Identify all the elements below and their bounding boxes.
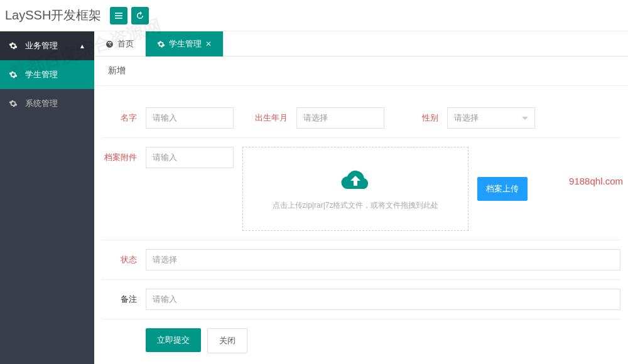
form-row-status: 状态 请选择 xyxy=(102,240,620,280)
tab-bar: 首页 学生管理 ✕ xyxy=(94,31,628,56)
birth-picker[interactable]: 请选择 xyxy=(296,107,384,129)
app-logo: LaySSH开发框架 xyxy=(5,7,110,24)
label-status: 状态 xyxy=(102,249,146,265)
menu-icon xyxy=(114,11,123,20)
status-select[interactable]: 请选择 xyxy=(146,249,620,270)
form-row-remark: 备注 请输入 xyxy=(102,280,620,319)
tab-home[interactable]: 首页 xyxy=(94,31,146,56)
dashboard-icon xyxy=(106,40,114,48)
chevron-up-icon: ▲ xyxy=(79,43,85,50)
menu-toggle-button[interactable] xyxy=(110,7,127,24)
gears-icon xyxy=(9,70,20,79)
close-icon[interactable]: ✕ xyxy=(205,40,212,48)
upload-hint: 点击上传zip|rar|7z格式文件，或将文件拖拽到此处 xyxy=(273,200,439,211)
sidebar: 业务管理 ▲ 学生管理 系统管理 xyxy=(0,31,94,364)
upload-button[interactable]: 档案上传 xyxy=(477,177,528,201)
sidebar-item-label: 业务管理 xyxy=(25,40,58,51)
gears-icon xyxy=(9,41,20,50)
tab-student[interactable]: 学生管理 ✕ xyxy=(146,31,224,56)
gender-select[interactable]: 请选择 xyxy=(447,107,535,129)
attachment-input[interactable]: 请输入 xyxy=(146,147,234,168)
name-input[interactable]: 请输入 xyxy=(146,107,234,129)
sidebar-item-label: 系统管理 xyxy=(25,98,58,109)
sidebar-item-student[interactable]: 学生管理 xyxy=(0,60,94,89)
chevron-down-icon xyxy=(522,117,528,120)
label-birth: 出生年月 xyxy=(252,107,296,124)
sidebar-item-business[interactable]: 业务管理 ▲ xyxy=(0,31,94,60)
tab-label: 学生管理 xyxy=(169,38,202,50)
form-row-basic: 名字 请输入 出生年月 请选择 性别 请选择 xyxy=(102,99,620,138)
remark-input[interactable]: 请输入 xyxy=(146,289,620,310)
form-row-attachment: 档案附件 请输入 点击上传zip|rar|7z格式文件，或将文件拖拽到此处 档案… xyxy=(102,138,620,240)
form-actions: 立即提交 关闭 xyxy=(102,319,620,362)
gears-icon xyxy=(9,99,20,108)
refresh-button[interactable] xyxy=(131,7,149,24)
label-name: 名字 xyxy=(102,107,146,124)
main-content: 首页 学生管理 ✕ 新增 名字 请输入 出生年月 请选择 性别 请选择 档案附件… xyxy=(94,31,628,364)
upload-area: 点击上传zip|rar|7z格式文件，或将文件拖拽到此处 档案上传 xyxy=(234,147,620,231)
form-title: 新增 xyxy=(94,56,628,86)
upload-dropzone[interactable]: 点击上传zip|rar|7z格式文件，或将文件拖拽到此处 xyxy=(242,147,468,231)
label-remark: 备注 xyxy=(102,289,146,305)
header: LaySSH开发框架 xyxy=(0,0,628,31)
cloud-upload-icon xyxy=(340,167,371,194)
label-attachment: 档案附件 xyxy=(102,147,146,163)
sidebar-item-system[interactable]: 系统管理 xyxy=(0,89,94,118)
refresh-icon xyxy=(136,11,144,20)
submit-button[interactable]: 立即提交 xyxy=(146,328,201,352)
tab-label: 首页 xyxy=(117,38,134,50)
close-button[interactable]: 关闭 xyxy=(207,328,247,353)
label-gender: 性别 xyxy=(403,107,447,124)
sidebar-item-label: 学生管理 xyxy=(25,69,58,80)
form-body: 名字 请输入 出生年月 请选择 性别 请选择 档案附件 请输入 点击上传zip|… xyxy=(94,86,628,364)
gears-icon xyxy=(157,40,165,48)
